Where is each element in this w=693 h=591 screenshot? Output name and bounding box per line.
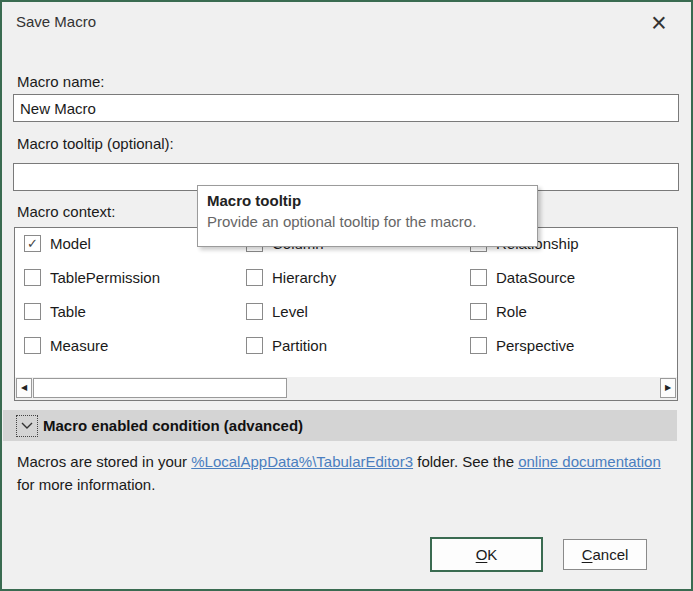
checkbox-unchecked[interactable] [246,337,263,354]
close-button[interactable]: × [638,5,680,41]
expander-label: Macro enabled condition (advanced) [43,417,303,434]
tooltip-popup-title: Macro tooltip [207,192,527,209]
advanced-condition-expander[interactable]: Macro enabled condition (advanced) [3,410,677,441]
checkbox-label: Perspective [496,337,574,354]
context-option-perspective[interactable]: Perspective [470,337,579,354]
context-option-role[interactable]: Role [470,303,579,320]
storage-note-text: folder. See the [413,453,518,470]
macro-name-label: Macro name: [17,73,105,90]
context-option-partition[interactable]: Partition [246,337,336,354]
checkbox-checked-icon[interactable]: ✓ [24,235,41,252]
storage-note: Macros are stored in your %LocalAppData%… [17,450,673,496]
macro-context-listbox: ✓ModelTablePermissionTableMeasureColumnH… [14,227,678,401]
scroll-right-icon: ▶ [665,384,671,392]
checkbox-label: TablePermission [50,269,160,286]
macro-name-input[interactable] [13,94,679,122]
expander-toggle-button[interactable] [16,415,38,437]
checkbox-label: Role [496,303,527,320]
cancel-button[interactable]: Cancel [563,539,647,570]
context-option-model[interactable]: ✓Model [24,235,160,252]
context-column-1: ✓ModelTablePermissionTableMeasure [24,235,160,371]
localappdata-link[interactable]: %LocalAppData%\TabularEditor3 [191,453,413,470]
macro-tooltip-popup: Macro tooltip Provide an optional toolti… [197,185,538,247]
checkbox-unchecked[interactable] [24,303,41,320]
close-icon: × [651,10,667,37]
checkbox-unchecked[interactable] [246,269,263,286]
context-column-2: ColumnHierarchyLevelPartition [246,235,336,371]
checkbox-label: Measure [50,337,108,354]
dialog-title: Save Macro [16,13,96,30]
online-documentation-link[interactable]: online documentation [518,453,661,470]
context-option-measure[interactable]: Measure [24,337,160,354]
checkbox-label: Table [50,303,86,320]
scroll-left-button[interactable]: ◀ [16,378,32,398]
storage-note-text: Macros are stored in your [17,453,191,470]
checkbox-label: Hierarchy [272,269,336,286]
chevron-down-icon [21,422,33,429]
checkbox-unchecked[interactable] [246,303,263,320]
macro-context-label: Macro context: [17,203,115,220]
checkbox-label: Level [272,303,308,320]
checkbox-label: DataSource [496,269,575,286]
ok-button[interactable]: OK [430,537,543,572]
checkbox-unchecked[interactable] [24,337,41,354]
context-column-3: RelationshipDataSourceRolePerspective [470,235,579,371]
scrollbar-thumb[interactable] [33,378,287,398]
scroll-right-button[interactable]: ▶ [660,378,676,398]
checkbox-unchecked[interactable] [470,269,487,286]
checkbox-unchecked[interactable] [470,337,487,354]
context-option-level[interactable]: Level [246,303,336,320]
save-macro-dialog: Save Macro × Macro name: Macro tooltip (… [0,0,693,591]
horizontal-scrollbar[interactable]: ◀ ▶ [15,377,677,400]
context-option-hierarchy[interactable]: Hierarchy [246,269,336,286]
context-option-tablepermission[interactable]: TablePermission [24,269,160,286]
macro-tooltip-label: Macro tooltip (optional): [17,135,174,152]
checkbox-unchecked[interactable] [470,303,487,320]
storage-note-text: for more information. [17,476,155,493]
context-option-table[interactable]: Table [24,303,160,320]
tooltip-popup-body: Provide an optional tooltip for the macr… [207,213,527,230]
checkbox-label: Partition [272,337,327,354]
context-option-datasource[interactable]: DataSource [470,269,579,286]
scroll-left-icon: ◀ [21,384,27,392]
checkbox-label: Model [50,235,91,252]
checkbox-unchecked[interactable] [24,269,41,286]
